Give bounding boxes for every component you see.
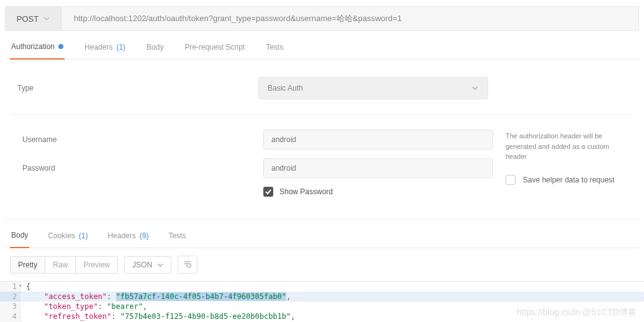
resp-tab-headers-count: (9) [140, 231, 149, 240]
check-icon [265, 189, 271, 195]
request-url-bar: POST [5, 6, 639, 31]
tab-headers[interactable]: Headers (1) [83, 42, 127, 59]
show-password-checkbox[interactable] [263, 187, 273, 197]
http-method-label: POST [17, 14, 39, 24]
json-value: "757b4e03-f125-4b90-b8d5-ee20b0bcbb1b" [120, 312, 291, 321]
chevron-down-icon [471, 84, 479, 92]
show-password-label: Show Password [279, 187, 333, 196]
tab-tests[interactable]: Tests [265, 42, 284, 59]
response-body-viewer[interactable]: 1▾{ 2 "access_token": "fb57a7cf-140c-4f0… [0, 281, 644, 322]
tab-body[interactable]: Body [145, 42, 165, 59]
tab-headers-count: (1) [116, 43, 125, 51]
tab-tests-label: Tests [266, 43, 283, 51]
password-row: Password [15, 158, 506, 178]
format-select[interactable]: JSON [124, 256, 171, 274]
resp-tab-cookies[interactable]: Cookies (1) [47, 231, 89, 248]
auth-type-select[interactable]: Basic Auth [258, 77, 488, 99]
resp-tab-body-label: Body [11, 231, 28, 239]
auth-form-area: Username Password Show Password The auth… [10, 115, 634, 197]
auth-type-row: Type Basic Auth [10, 72, 634, 115]
wrap-icon [183, 259, 192, 268]
json-key: "token_type" [44, 302, 98, 311]
save-helper-checkbox[interactable] [506, 175, 515, 185]
auth-form-left: Username Password Show Password [15, 130, 506, 197]
raw-button[interactable]: Raw [45, 257, 75, 273]
json-value: "bearer" [107, 302, 143, 311]
resp-tab-cookies-label: Cookies [48, 231, 75, 240]
chevron-down-icon [157, 262, 163, 268]
tab-prerequest[interactable]: Pre-request Script [183, 42, 246, 59]
dot-icon [58, 44, 63, 49]
request-tabs: Authorization Headers (1) Body Pre-reque… [5, 31, 639, 60]
format-select-label: JSON [132, 261, 152, 269]
request-url-input[interactable] [61, 7, 638, 30]
auth-info-panel: The authorization header will be generat… [506, 130, 629, 197]
password-label: Password [15, 164, 263, 172]
resp-tab-tests[interactable]: Tests [167, 231, 187, 248]
response-tabs: Body Cookies (1) Headers (9) Tests [5, 219, 639, 248]
tab-authorization[interactable]: Authorization [10, 42, 65, 60]
save-helper-row: Save helper data to request [506, 174, 629, 186]
show-password-row: Show Password [15, 187, 506, 197]
auth-type-label: Type [10, 84, 258, 92]
json-value: "fb57a7cf-140c-4f05-b4b7-4f960305fab0" [116, 292, 287, 301]
auth-info-text: The authorization header will be generat… [506, 131, 629, 162]
resp-tab-body[interactable]: Body [10, 231, 29, 248]
username-label: Username [15, 135, 263, 144]
password-field[interactable] [263, 158, 493, 178]
wrap-lines-button[interactable] [178, 256, 197, 274]
resp-tab-tests-label: Tests [168, 231, 186, 240]
tab-headers-label: Headers [84, 43, 112, 51]
tab-authorization-label: Authorization [11, 42, 55, 51]
pretty-button[interactable]: Pretty [11, 257, 45, 273]
resp-tab-headers[interactable]: Headers (9) [106, 231, 150, 248]
json-key: "refresh_token" [44, 312, 111, 321]
auth-panel: Type Basic Auth Username Password Show P… [5, 60, 639, 209]
tab-prerequest-label: Pre-request Script [184, 43, 245, 51]
view-mode-segment: Pretty Raw Preview [10, 256, 118, 274]
response-toolbar: Pretty Raw Preview JSON [0, 248, 644, 281]
http-method-select[interactable]: POST [6, 7, 61, 30]
json-key: "access_token" [44, 292, 107, 301]
resp-tab-cookies-count: (1) [79, 231, 88, 240]
username-field[interactable] [263, 130, 493, 150]
auth-type-value: Basic Auth [268, 84, 303, 92]
username-row: Username [15, 130, 506, 150]
save-helper-label: Save helper data to request [523, 174, 614, 186]
chevron-down-icon [43, 16, 50, 22]
tab-body-label: Body [147, 43, 163, 51]
preview-button[interactable]: Preview [75, 257, 117, 273]
resp-tab-headers-label: Headers [107, 231, 135, 240]
